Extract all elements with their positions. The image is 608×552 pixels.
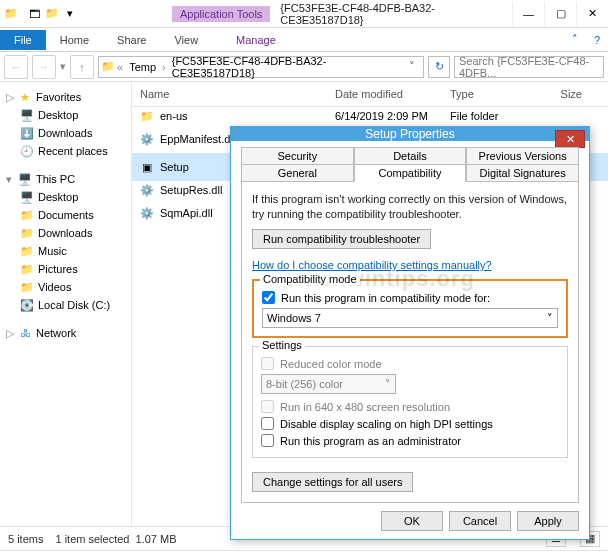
minimize-button[interactable]: — bbox=[512, 2, 544, 26]
nav-forward-button[interactable]: → bbox=[32, 55, 56, 79]
col-type[interactable]: Type bbox=[442, 82, 542, 106]
compat-mode-label: Run this program in compatibility mode f… bbox=[281, 292, 490, 304]
compat-os-value: Windows 7 bbox=[267, 312, 321, 324]
title-bar: 📁 🗔 📁 ▾ Application Tools {FC53FE3E-CF48… bbox=[0, 0, 608, 28]
nav-item-label: Desktop bbox=[38, 191, 78, 203]
file-name: SetupRes.dll bbox=[160, 184, 222, 196]
tab-manage[interactable]: Manage bbox=[222, 30, 290, 50]
nav-item-documents[interactable]: 📁Documents bbox=[2, 206, 129, 224]
reduced-color-checkbox[interactable] bbox=[261, 357, 274, 370]
breadcrumb[interactable]: 📁 « Temp › {FC53FE3E-CF48-4DFB-BA32-CE3E… bbox=[98, 56, 424, 78]
file-icon: ⚙️ bbox=[140, 206, 154, 220]
qat-dropdown-icon[interactable]: ▾ bbox=[62, 6, 78, 22]
nav-thispc[interactable]: ▾🖥️This PC bbox=[2, 170, 129, 188]
new-folder-icon[interactable]: 📁 bbox=[44, 6, 60, 22]
breadcrumb-segment[interactable]: Temp bbox=[125, 61, 160, 73]
group-label: Settings bbox=[259, 339, 305, 351]
nav-item-downloads[interactable]: ⬇️Downloads bbox=[2, 124, 129, 142]
chevron-up-icon[interactable]: ˄ bbox=[564, 33, 586, 46]
tab-previous-versions[interactable]: Previous Versions bbox=[466, 147, 579, 164]
desktop-icon: 🖥️ bbox=[20, 190, 34, 204]
maximize-button[interactable]: ▢ bbox=[544, 2, 576, 26]
file-type: File folder bbox=[442, 110, 542, 122]
file-name: Setup bbox=[160, 161, 189, 173]
file-icon: ▣ bbox=[140, 160, 154, 174]
tab-home[interactable]: Home bbox=[46, 30, 103, 50]
window-title: {FC53FE3E-CF48-4DFB-BA32-CE3E35187D18} bbox=[270, 2, 512, 26]
file-row[interactable]: 📁en-us6/14/2019 2:09 PMFile folder bbox=[132, 107, 608, 125]
props-icon[interactable]: 🗔 bbox=[26, 6, 42, 22]
run-troubleshooter-button[interactable]: Run compatibility troubleshooter bbox=[252, 229, 431, 249]
run-640-checkbox[interactable] bbox=[261, 400, 274, 413]
file-name: EppManifest.dll bbox=[160, 133, 235, 145]
col-name[interactable]: Name bbox=[132, 82, 327, 106]
nav-item-pictures[interactable]: 📁Pictures bbox=[2, 260, 129, 278]
compat-mode-checkbox[interactable] bbox=[262, 291, 275, 304]
col-size[interactable]: Size bbox=[542, 82, 590, 106]
breadcrumb-segment[interactable]: {FC53FE3E-CF48-4DFB-BA32-CE3E35187D18} bbox=[168, 55, 403, 79]
cancel-button[interactable]: Cancel bbox=[449, 511, 511, 531]
nav-item-videos[interactable]: 📁Videos bbox=[2, 278, 129, 296]
tab-general[interactable]: General bbox=[241, 164, 354, 182]
nav-favorites[interactable]: ▷★Favorites bbox=[2, 88, 129, 106]
search-placeholder: Search {FC53FE3E-CF48-4DFB... bbox=[459, 55, 599, 79]
tab-details[interactable]: Details bbox=[354, 147, 467, 164]
nav-history-dropdown[interactable]: ▾ bbox=[60, 60, 66, 73]
ribbon: File Home Share View Manage ˄ ? bbox=[0, 28, 608, 52]
tab-content: If this program isn't working correctly … bbox=[241, 181, 579, 503]
nav-item-label: Desktop bbox=[38, 109, 78, 121]
nav-back-button[interactable]: ← bbox=[4, 55, 28, 79]
close-button[interactable]: ✕ bbox=[576, 2, 608, 26]
tab-view[interactable]: View bbox=[160, 30, 212, 50]
compat-mode-group: Compatibility mode Run this program in c… bbox=[252, 279, 568, 338]
group-label: Compatibility mode bbox=[260, 273, 360, 285]
folder-icon: 📁 bbox=[20, 208, 34, 222]
network-icon: 🖧 bbox=[18, 326, 32, 340]
file-name: en-us bbox=[160, 110, 188, 122]
nav-item-recent[interactable]: 🕘Recent places bbox=[2, 142, 129, 160]
reduced-color-label: Reduced color mode bbox=[280, 358, 382, 370]
search-input[interactable]: Search {FC53FE3E-CF48-4DFB... bbox=[454, 56, 604, 78]
tab-compatibility[interactable]: Compatibility bbox=[354, 164, 467, 182]
chevron-right-icon: « bbox=[115, 61, 125, 73]
nav-item-label: Recent places bbox=[38, 145, 108, 157]
apply-button[interactable]: Apply bbox=[517, 511, 579, 531]
tab-security[interactable]: Security bbox=[241, 147, 354, 164]
nav-item-label: Documents bbox=[38, 209, 94, 221]
nav-item-desktop[interactable]: 🖥️Desktop bbox=[2, 188, 129, 206]
nav-up-button[interactable]: ↑ bbox=[70, 55, 94, 79]
col-date[interactable]: Date modified bbox=[327, 82, 442, 106]
tab-digital-signatures[interactable]: Digital Signatures bbox=[466, 164, 579, 182]
downloads-icon: ⬇️ bbox=[20, 126, 34, 140]
status-selection: 1 item selected 1.07 MB bbox=[55, 533, 176, 545]
nav-label: Network bbox=[36, 327, 76, 339]
dialog-title-bar[interactable]: Setup Properties ✕ bbox=[231, 127, 589, 141]
nav-item-music[interactable]: 📁Music bbox=[2, 242, 129, 260]
nav-label: This PC bbox=[36, 173, 75, 185]
nav-item-desktop[interactable]: 🖥️Desktop bbox=[2, 106, 129, 124]
navigation-pane: ▷★Favorites 🖥️Desktop ⬇️Downloads 🕘Recen… bbox=[0, 82, 132, 526]
ok-button[interactable]: OK bbox=[381, 511, 443, 531]
disable-dpi-checkbox[interactable] bbox=[261, 417, 274, 430]
change-all-users-button[interactable]: Change settings for all users bbox=[252, 472, 413, 492]
nav-item-label: Music bbox=[38, 245, 67, 257]
address-bar: ← → ▾ ↑ 📁 « Temp › {FC53FE3E-CF48-4DFB-B… bbox=[0, 52, 608, 82]
nav-item-label: Local Disk (C:) bbox=[38, 299, 110, 311]
compat-os-select[interactable]: Windows 7 ˅ bbox=[262, 308, 558, 328]
help-link[interactable]: How do I choose compatibility settings m… bbox=[252, 259, 492, 271]
nav-item-localdisk[interactable]: 💽Local Disk (C:) bbox=[2, 296, 129, 314]
run-admin-checkbox[interactable] bbox=[261, 434, 274, 447]
address-dropdown-icon[interactable]: ˅ bbox=[403, 60, 421, 73]
chevron-right-icon: › bbox=[160, 61, 168, 73]
disk-icon: 💽 bbox=[20, 298, 34, 312]
refresh-button[interactable]: ↻ bbox=[428, 56, 450, 78]
nav-item-downloads[interactable]: 📁Downloads bbox=[2, 224, 129, 242]
dialog-title: Setup Properties bbox=[365, 127, 454, 141]
file-tab[interactable]: File bbox=[0, 30, 46, 50]
help-icon[interactable]: ? bbox=[586, 34, 608, 46]
tab-share[interactable]: Share bbox=[103, 30, 160, 50]
nav-network[interactable]: ▷🖧Network bbox=[2, 324, 129, 342]
nav-item-label: Videos bbox=[38, 281, 71, 293]
run-640-label: Run in 640 x 480 screen resolution bbox=[280, 401, 450, 413]
chevron-down-icon: ˅ bbox=[547, 312, 553, 325]
